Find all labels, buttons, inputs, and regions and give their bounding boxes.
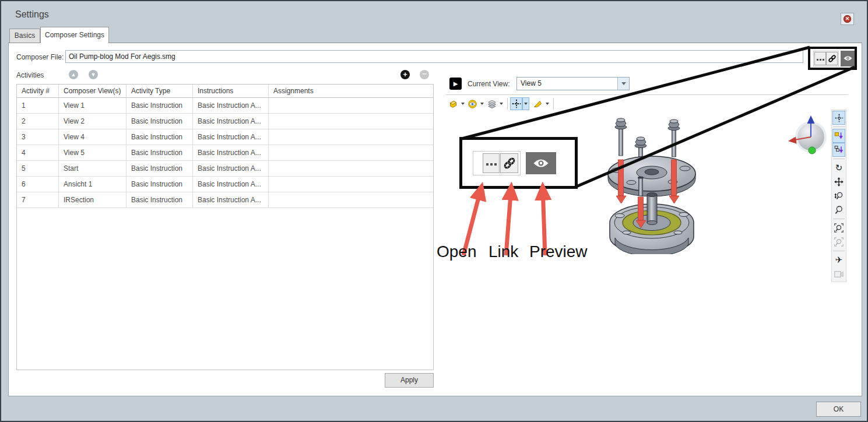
table-row[interactable]: 1 View 1 Basic Instruction Basic Instruc… <box>17 98 433 114</box>
toolbar-divider <box>446 94 848 95</box>
cell-composer-view: Start <box>59 161 126 176</box>
cell-composer-view: View 4 <box>59 129 126 145</box>
magnifier-icon <box>834 205 844 214</box>
link-file-button-magnified[interactable] <box>500 153 518 173</box>
fly-through-button[interactable]: ✈ <box>832 253 845 267</box>
orientation-navball[interactable] <box>788 114 833 160</box>
composer-settings-panel: Composer File: <box>8 43 862 396</box>
col-assignments: Assignments <box>269 85 433 97</box>
cell-activity-num: 1 <box>17 98 59 113</box>
yellow-cube-icon <box>448 99 458 109</box>
cell-instructions: Basic Instruction A... <box>193 129 269 145</box>
drop-selection-button[interactable] <box>832 143 845 157</box>
zoom-area-button[interactable] <box>832 203 845 217</box>
table-row[interactable]: 4 View 5 Basic Instruction Basic Instruc… <box>17 145 433 161</box>
cell-composer-view: Ansicht 1 <box>59 177 126 192</box>
eye-ball-icon <box>468 99 477 109</box>
table-row[interactable]: 6 Ansicht 1 Basic Instruction Basic Inst… <box>17 177 433 192</box>
preview-button-magnified[interactable] <box>526 152 556 174</box>
cube-drop-arrow-icon <box>834 131 844 140</box>
composer-file-input[interactable] <box>65 50 803 63</box>
cell-instructions: Basic Instruction A... <box>193 161 269 176</box>
cell-instructions: Basic Instruction A... <box>193 98 269 113</box>
eye-icon <box>843 55 853 62</box>
visibility-caret[interactable] <box>479 97 486 110</box>
caret-down-icon <box>500 103 503 105</box>
cell-activity-type: Basic Instruction <box>126 192 193 208</box>
tab-composer-settings[interactable]: Composer Settings <box>40 27 109 43</box>
visibility-button[interactable] <box>466 97 479 110</box>
orbit-button[interactable]: ↻ <box>832 161 845 175</box>
cell-composer-view: View 2 <box>59 114 126 129</box>
strip-separator <box>833 126 845 127</box>
apply-button[interactable]: Apply <box>385 373 434 388</box>
zoom-button[interactable] <box>832 189 845 203</box>
tab-basics[interactable]: Basics <box>9 29 40 43</box>
cell-activity-num: 7 <box>17 192 59 208</box>
camera-button[interactable] <box>832 267 845 281</box>
open-annotation-label: Open <box>437 242 477 261</box>
chain-icon <box>828 54 837 63</box>
cell-activity-num: 4 <box>17 145 59 160</box>
caret-down-icon <box>480 103 484 105</box>
render-mode-caret[interactable] <box>459 97 466 110</box>
cell-composer-view: View 1 <box>59 98 126 113</box>
preview-annotation-label: Preview <box>529 242 588 261</box>
layers-icon <box>487 99 497 108</box>
cell-activity-type: Basic Instruction <box>126 129 193 145</box>
link-file-button[interactable] <box>826 52 838 65</box>
current-view-select[interactable]: View 5 <box>516 77 630 90</box>
pan-button[interactable] <box>832 175 845 189</box>
fit-view-button[interactable] <box>832 221 845 235</box>
move-tool-caret[interactable] <box>522 97 529 110</box>
cell-activity-type: Basic Instruction <box>126 114 193 129</box>
eye-icon <box>532 157 550 169</box>
close-button[interactable]: ✕ <box>841 13 854 25</box>
minus-icon: − <box>422 69 427 78</box>
remove-activity-button[interactable]: − <box>420 70 429 79</box>
fit-magnifier-icon <box>834 223 844 233</box>
section-button[interactable] <box>486 97 498 110</box>
link-annotation-label: Link <box>489 242 518 261</box>
cell-activity-num: 2 <box>17 114 59 129</box>
move-down-button[interactable]: ▼ <box>89 70 98 79</box>
chevron-down-icon <box>621 82 626 85</box>
table-row[interactable]: 2 View 2 Basic Instruction Basic Instruc… <box>17 114 433 129</box>
section-caret[interactable] <box>498 97 505 110</box>
cell-assignments <box>269 114 433 129</box>
oil-pump-3d-model[interactable] <box>596 108 710 254</box>
add-activity-button[interactable]: + <box>400 70 410 79</box>
cell-instructions: Basic Instruction A... <box>193 192 269 208</box>
preview-button[interactable] <box>841 51 855 66</box>
open-file-button[interactable] <box>814 52 826 65</box>
crosshair-icon <box>512 99 521 108</box>
cell-assignments <box>269 161 433 176</box>
table-row[interactable]: 7 IRSection Basic Instruction Basic Inst… <box>17 192 433 208</box>
move-up-button[interactable]: ▲ <box>69 70 78 79</box>
zoom-magnifier-icon <box>834 191 844 201</box>
activities-label: Activities <box>16 71 44 79</box>
play-button[interactable]: ▶ <box>449 78 462 90</box>
table-row[interactable]: 3 View 4 Basic Instruction Basic Instruc… <box>17 129 433 145</box>
drop-part-button[interactable] <box>832 129 845 143</box>
dots-icon <box>485 159 497 167</box>
play-icon: ▶ <box>454 80 458 87</box>
ok-button[interactable]: OK <box>816 402 861 417</box>
table-row[interactable]: 5 Start Basic Instruction Basic Instruct… <box>17 161 433 177</box>
move-tool-button[interactable] <box>510 97 522 110</box>
cell-activity-num: 3 <box>17 129 59 145</box>
move-mode-button[interactable] <box>832 111 845 125</box>
current-view-value: View 5 <box>517 78 617 90</box>
combo-arrow-button[interactable] <box>617 78 629 90</box>
open-file-button-magnified[interactable] <box>483 153 500 173</box>
composer-file-label: Composer File: <box>16 53 64 61</box>
render-mode-button[interactable] <box>447 97 459 110</box>
fit-selection-button[interactable] <box>832 235 845 249</box>
settings-dialog: Settings ✕ Basics Composer Settings Comp… <box>0 0 868 422</box>
highlight-tool-caret[interactable] <box>544 97 551 110</box>
strip-separator <box>833 251 845 251</box>
cell-assignments <box>269 145 433 160</box>
down-arrow-icon: ▼ <box>91 72 96 78</box>
highlight-tool-button[interactable] <box>532 97 544 110</box>
y-axis-ball-icon <box>809 147 816 154</box>
